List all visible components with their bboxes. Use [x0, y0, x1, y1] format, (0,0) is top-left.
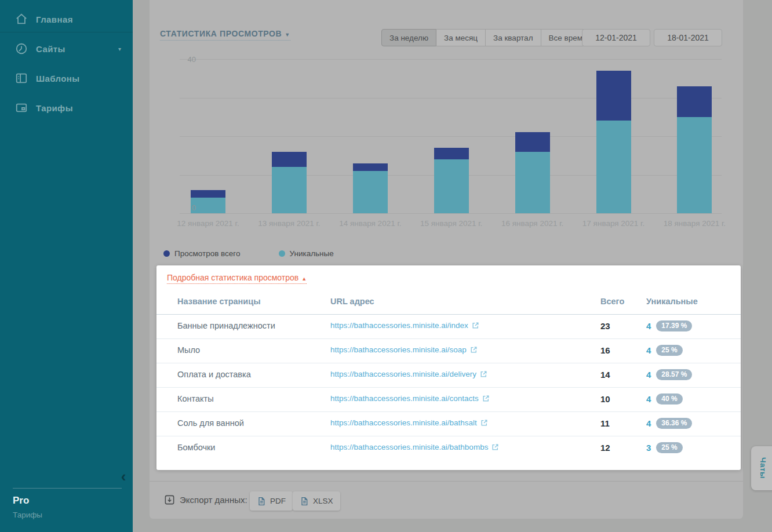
detail-stats-toggle-link[interactable]: Подробная статистика просмотров▲ [167, 273, 307, 284]
sidebar-collapse-button[interactable]: ‹ [116, 468, 131, 486]
unique-percent-badge: 17.39 % [656, 320, 692, 331]
unique-percent-badge: 28.57 % [656, 369, 692, 380]
url-text: https://bathaccessories.minisite.ai/deli… [330, 370, 476, 378]
bar-segment-unique [272, 167, 307, 213]
external-link-icon [470, 346, 478, 354]
x-axis-label-0: 12 января 2021 г. [162, 219, 254, 228]
bar-3[interactable] [434, 148, 469, 213]
external-link-icon [491, 443, 499, 451]
external-link-icon [482, 395, 490, 402]
home-icon [15, 13, 28, 25]
total-views-cell: 11 [600, 418, 610, 428]
table-row: Бомбочкиhttps://bathaccessories.minisite… [156, 436, 741, 460]
chevron-up-icon: ▲ [301, 276, 307, 282]
stats-card: СТАТИСТИКА ПРОСМОТРОВ▼ За неделюЗа месяц… [150, 0, 743, 519]
sidebar-item-label: Шаблоны [36, 74, 79, 83]
column-header-url: URL адрес [330, 297, 374, 306]
file-icon [300, 497, 309, 506]
export-pdf-label: PDF [270, 497, 286, 505]
bar-5[interactable] [596, 71, 631, 213]
date-from-input[interactable]: 12-01-2021 [582, 29, 650, 46]
y-axis-tick-zero: 0 [179, 203, 196, 212]
legend-dot-icon [163, 250, 170, 257]
plan-divider [13, 488, 122, 489]
total-views-cell: 10 [600, 394, 610, 404]
unique-count[interactable]: 4 [646, 418, 651, 428]
bar-segment-unique [353, 171, 388, 213]
sidebar-item-home[interactable]: Главная [0, 10, 133, 28]
url-link[interactable]: https://bathaccessories.minisite.ai/inde… [330, 321, 479, 330]
total-views-cell: 14 [600, 370, 610, 380]
export-bar: Экспорт данных: PDF XLSX [150, 481, 743, 519]
bar-2[interactable] [353, 163, 388, 213]
x-axis-label-4: 16 января 2021 г. [486, 219, 579, 228]
x-axis-label-3: 15 января 2021 г. [405, 219, 498, 228]
bar-4[interactable] [515, 132, 550, 213]
bar-0[interactable] [191, 190, 225, 213]
y-axis-tick-max: 40 [179, 55, 196, 64]
export-pdf-button[interactable]: PDF [250, 491, 293, 511]
pages-table: Название страницы URL адрес Всего Уникал… [156, 292, 741, 460]
column-header-unique: Уникальные [646, 297, 698, 306]
bar-segment-total [515, 132, 550, 151]
bar-1[interactable] [272, 152, 307, 213]
sidebar-item-label: Главная [36, 14, 73, 24]
legend-item-1: Уникальные [279, 249, 334, 258]
unique-percent-badge: 36.36 % [656, 418, 692, 429]
export-xlsx-label: XLSX [313, 497, 333, 505]
unique-count[interactable]: 4 [646, 394, 651, 404]
url-link[interactable]: https://bathaccessories.minisite.ai/soap [330, 345, 478, 354]
page-name-cell: Банные принадлежности [177, 321, 275, 330]
url-text: https://bathaccessories.minisite.ai/inde… [330, 321, 468, 330]
date-to-input[interactable]: 18-01-2021 [654, 29, 722, 46]
chats-side-tab[interactable]: Чаты [751, 446, 772, 490]
sidebar-item-label: Тарифы [36, 103, 73, 113]
column-header-total: Всего [600, 297, 624, 306]
column-header-page-name: Название страницы [177, 297, 261, 306]
url-text: https://bathaccessories.minisite.ai/cont… [330, 394, 479, 403]
detail-stats-toggle-label: Подробная статистика просмотров [167, 273, 298, 282]
template-icon [15, 72, 28, 85]
gridline-0 [180, 213, 722, 214]
sidebar-item-templates[interactable]: Шаблоны [0, 70, 133, 87]
page-name-cell: Оплата и доставка [177, 370, 251, 379]
total-views-cell: 16 [600, 345, 610, 355]
gridline-40 [180, 59, 722, 60]
url-link[interactable]: https://bathaccessories.minisite.ai/bath… [330, 443, 499, 451]
sidebar-item-tariffs[interactable]: Тарифы [0, 99, 133, 116]
page-name-cell: Соль для ванной [177, 418, 244, 428]
url-link[interactable]: https://bathaccessories.minisite.ai/deli… [330, 370, 487, 378]
table-row: Банные принадлежностиhttps://bathaccesso… [156, 314, 741, 338]
export-xlsx-button[interactable]: XLSX [293, 491, 340, 511]
table-row: Соль для ваннойhttps://bathaccessories.m… [156, 411, 741, 436]
bar-segment-unique [191, 198, 225, 213]
total-views-cell: 12 [600, 443, 610, 453]
period-button-0[interactable]: За неделю [381, 29, 436, 46]
chats-tab-label: Чаты [759, 457, 767, 479]
total-views-cell: 23 [600, 321, 610, 331]
unique-views-cell: 325 % [646, 442, 683, 453]
bar-6[interactable] [677, 86, 712, 213]
unique-count[interactable]: 4 [646, 321, 651, 331]
unique-count[interactable]: 4 [646, 345, 651, 355]
legend-label: Просмотров всего [174, 249, 241, 258]
legend-dot-icon [279, 250, 285, 257]
unique-count[interactable]: 4 [646, 370, 651, 380]
unique-percent-badge: 25 % [656, 442, 682, 453]
period-button-2[interactable]: За квартал [486, 29, 541, 46]
download-icon [164, 494, 175, 505]
url-link[interactable]: https://bathaccessories.minisite.ai/bath… [330, 418, 488, 427]
sidebar-item-sites[interactable]: Сайты ▾ [0, 40, 133, 57]
export-label-text: Экспорт данных: [180, 495, 247, 505]
url-link[interactable]: https://bathaccessories.minisite.ai/cont… [330, 394, 490, 403]
table-row: Контактыhttps://bathaccessories.minisite… [156, 387, 741, 411]
unique-count[interactable]: 3 [646, 443, 651, 453]
plan-tariffs-link[interactable]: Тарифы [13, 511, 42, 519]
x-axis-label-5: 17 января 2021 г. [567, 219, 660, 228]
bar-segment-total [191, 190, 225, 198]
legend-item-0: Просмотров всего [163, 249, 241, 258]
stats-title-dropdown[interactable]: СТАТИСТИКА ПРОСМОТРОВ▼ [160, 29, 290, 41]
bar-segment-unique [434, 159, 469, 213]
period-button-1[interactable]: За месяц [436, 29, 486, 46]
chevron-down-icon: ▼ [285, 32, 290, 38]
